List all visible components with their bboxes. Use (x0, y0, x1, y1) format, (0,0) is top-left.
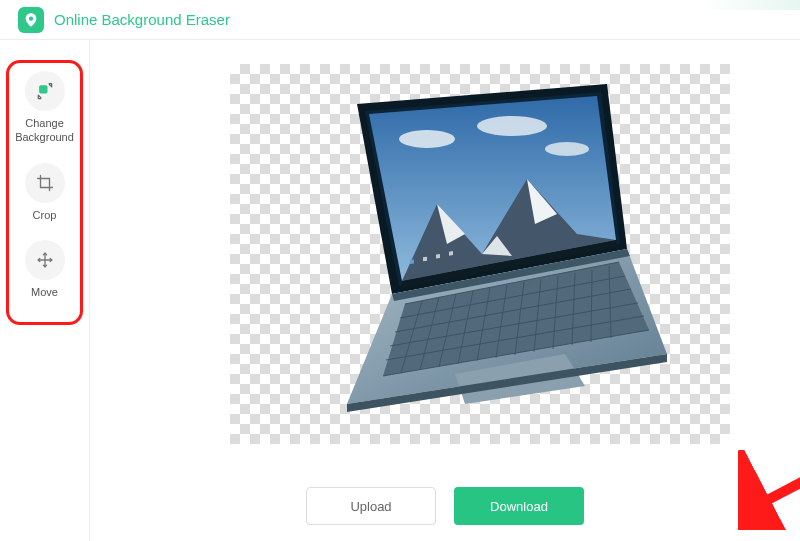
upload-button-label: Upload (350, 499, 391, 514)
decorative-accent (700, 0, 800, 10)
download-button[interactable]: Download (454, 487, 584, 525)
tool-change-background[interactable]: Change Background (15, 71, 74, 145)
svg-point-7 (545, 142, 589, 156)
pin-icon (23, 12, 39, 28)
action-bar: Upload Download (90, 487, 800, 525)
svg-rect-16 (449, 251, 453, 256)
tool-label: Change Background (15, 117, 74, 145)
tool-move[interactable]: Move (25, 240, 65, 300)
tool-label: Move (31, 286, 58, 300)
change-background-icon (25, 71, 65, 111)
svg-rect-13 (410, 260, 414, 265)
svg-rect-15 (436, 254, 440, 259)
svg-point-0 (29, 16, 33, 20)
subject-image[interactable] (297, 84, 667, 414)
svg-point-5 (399, 130, 455, 148)
main: Change Background Crop (0, 40, 800, 541)
canvas-area: Upload Download (90, 40, 800, 541)
transparent-canvas[interactable] (230, 64, 730, 444)
app-title: Online Background Eraser (54, 11, 230, 28)
svg-rect-1 (39, 85, 47, 93)
svg-rect-14 (423, 257, 427, 262)
upload-button[interactable]: Upload (306, 487, 436, 525)
app-logo (18, 7, 44, 33)
sidebar: Change Background Crop (0, 40, 90, 541)
crop-icon (25, 163, 65, 203)
svg-point-6 (477, 116, 547, 136)
move-icon (25, 240, 65, 280)
header: Online Background Eraser (0, 0, 800, 40)
tools-highlight-box: Change Background Crop (6, 60, 83, 325)
tool-crop[interactable]: Crop (25, 163, 65, 223)
tool-label: Crop (33, 209, 57, 223)
download-button-label: Download (490, 499, 548, 514)
